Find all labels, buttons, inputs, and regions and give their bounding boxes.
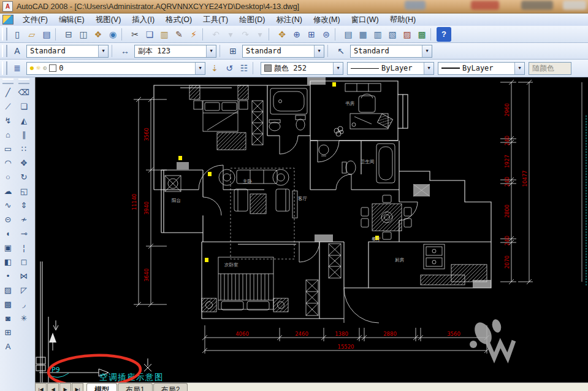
dimension-style-icon[interactable]: ↔ <box>118 44 132 58</box>
publish-icon[interactable]: ❖ <box>91 27 105 42</box>
layer-lock-icon[interactable]: ⊙ <box>43 65 47 71</box>
drawing-file-icon[interactable] <box>2 15 13 25</box>
redo-list-icon[interactable]: ▾ <box>253 27 267 42</box>
line-icon[interactable]: ╱ <box>1 85 15 99</box>
chevron-down-icon[interactable]: ▼ <box>195 63 205 74</box>
menu-file[interactable]: 文件(F) <box>17 14 53 26</box>
multileader-style-combo[interactable]: Standard▼ <box>350 45 432 58</box>
markup-set-manager-icon[interactable]: ▨ <box>400 27 414 42</box>
copy-object-icon[interactable]: ❏ <box>17 99 31 114</box>
toolbar-grip[interactable] <box>2 79 13 84</box>
multiline-text-icon[interactable]: A <box>1 339 15 354</box>
tool-palettes-icon[interactable]: ▥ <box>370 27 385 42</box>
color-combo[interactable]: 颜色 252 ▼ <box>261 62 343 75</box>
match-properties-icon[interactable]: ✎ <box>172 27 186 42</box>
spline-icon[interactable]: ∿ <box>1 198 15 212</box>
ellipse-arc-icon[interactable]: ◖ <box>1 226 15 241</box>
sheet-set-manager-icon[interactable]: ▧ <box>385 27 400 42</box>
cut-icon[interactable]: ✂ <box>128 27 142 42</box>
quickcalc-icon[interactable]: ▩ <box>414 27 429 42</box>
menu-tools[interactable]: 工具(T) <box>197 14 234 26</box>
chevron-down-icon[interactable]: ▼ <box>514 63 524 74</box>
layer-on-bulb-icon[interactable]: ● <box>30 65 34 71</box>
toolbar-grip[interactable] <box>2 28 7 41</box>
dwf-viewer-icon[interactable]: ◉ <box>105 27 120 42</box>
menu-dimension[interactable]: 标注(N) <box>271 14 308 26</box>
insert-block-icon[interactable]: ▣ <box>1 241 15 255</box>
last-tab-button[interactable]: ▶| <box>72 383 83 391</box>
menu-window[interactable]: 窗口(W) <box>346 14 384 26</box>
text-style-combo[interactable]: Standard▼ <box>26 45 109 58</box>
polyline-icon[interactable]: ↯ <box>1 114 15 128</box>
zoom-previous-icon[interactable]: ⊜ <box>319 27 334 42</box>
revision-cloud-icon[interactable]: ☁ <box>1 184 15 198</box>
gradient-icon[interactable]: ▩ <box>1 297 15 311</box>
menu-view[interactable]: 视图(V) <box>90 14 127 26</box>
chevron-down-icon[interactable]: ▼ <box>98 45 108 57</box>
open-icon[interactable]: ▱ <box>25 27 39 42</box>
circle-icon[interactable]: ○ <box>1 170 15 184</box>
array-icon[interactable]: ∷ <box>17 142 31 156</box>
undo-list-icon[interactable]: ▾ <box>223 27 238 42</box>
new-icon[interactable]: ▯ <box>10 27 25 42</box>
lineweight-combo[interactable]: ByLayer ▼ <box>438 62 525 75</box>
prev-tab-button[interactable]: ◀ <box>47 383 59 391</box>
make-block-icon[interactable]: ◧ <box>1 255 15 269</box>
menu-format[interactable]: 格式(O) <box>160 14 197 26</box>
extend-icon[interactable]: ⊸ <box>17 226 31 241</box>
explode-icon[interactable]: ✳ <box>17 311 31 325</box>
scale-icon[interactable]: ◱ <box>17 184 31 198</box>
join-icon[interactable]: ⋈ <box>17 269 31 283</box>
properties-icon[interactable]: ▤ <box>341 27 356 42</box>
first-tab-button[interactable]: |◀ <box>35 383 47 391</box>
toolbar-grip[interactable] <box>18 79 29 84</box>
dimension-style-combo[interactable]: 副本 123▼ <box>134 45 216 58</box>
table-style-combo[interactable]: Standard▼ <box>242 45 324 58</box>
chevron-down-icon[interactable]: ▼ <box>422 45 432 57</box>
rotate-icon[interactable]: ↻ <box>17 170 31 184</box>
chevron-down-icon[interactable]: ▼ <box>333 63 343 74</box>
menu-help[interactable]: 帮助(H) <box>384 14 421 26</box>
menu-modify[interactable]: 修改(M) <box>308 14 346 26</box>
linetype-combo[interactable]: ByLayer ▼ <box>347 62 434 75</box>
toolbar-grip[interactable] <box>2 61 7 75</box>
layer-thaw-sun-icon[interactable]: ☼ <box>36 64 40 72</box>
copy-icon[interactable]: ❏ <box>142 27 157 42</box>
make-object-layer-current-icon[interactable]: ⇣ <box>207 61 222 75</box>
ellipse-icon[interactable]: ⊝ <box>1 212 15 226</box>
chevron-down-icon[interactable]: ▼ <box>206 45 216 57</box>
plot-preview-icon[interactable]: ◫ <box>76 27 91 42</box>
layer-combo[interactable]: ● ☼ ⊙ 0 ▼ <box>26 62 205 75</box>
menu-edit[interactable]: 编辑(E) <box>53 14 90 26</box>
arc-icon[interactable]: ◠ <box>1 156 15 170</box>
offset-icon[interactable]: ∥ <box>17 128 31 142</box>
layer-properties-manager-icon[interactable]: ≣ <box>10 61 25 75</box>
break-at-point-icon[interactable]: ¦ <box>17 241 31 255</box>
layer-states-icon[interactable]: ☷ <box>237 61 251 75</box>
table-style-icon[interactable]: ⊞ <box>226 44 240 58</box>
chevron-down-icon[interactable]: ▼ <box>424 63 433 74</box>
layer-previous-icon[interactable]: ↺ <box>222 61 237 75</box>
move-icon[interactable]: ✥ <box>17 156 31 170</box>
tab-layout1[interactable]: 布局1 <box>118 383 153 391</box>
paste-icon[interactable]: ▥ <box>157 27 172 42</box>
trim-icon[interactable]: ≁ <box>17 212 31 226</box>
text-style-icon[interactable]: A <box>10 44 25 58</box>
redo-icon[interactable]: ↷ <box>238 27 253 42</box>
drawing-canvas[interactable]: 主卧 书房 客厅 餐厅 次卧室 厨房 阳台 卫生间 3560 3940 3640… <box>35 77 588 382</box>
undo-icon[interactable]: ↶ <box>208 27 223 42</box>
tab-layout2[interactable]: 布局2 <box>153 383 188 391</box>
pan-icon[interactable]: ✥ <box>275 27 289 42</box>
polygon-icon[interactable]: ⌂ <box>1 128 15 142</box>
region-icon[interactable]: ◙ <box>1 311 15 325</box>
construction-line-icon[interactable]: ⟋ <box>1 99 15 114</box>
zoom-realtime-icon[interactable]: ⊕ <box>289 27 304 42</box>
chamfer-icon[interactable]: ◸ <box>17 283 31 297</box>
menu-draw[interactable]: 绘图(D) <box>234 14 270 26</box>
fillet-icon[interactable]: ◞ <box>17 297 31 311</box>
stretch-icon[interactable]: ⇕ <box>17 198 31 212</box>
chevron-down-icon[interactable]: ▼ <box>314 45 324 57</box>
help-icon[interactable]: ? <box>437 27 451 42</box>
mirror-icon[interactable]: ◭ <box>17 114 31 128</box>
multileader-style-icon[interactable]: ↖ <box>334 44 348 58</box>
